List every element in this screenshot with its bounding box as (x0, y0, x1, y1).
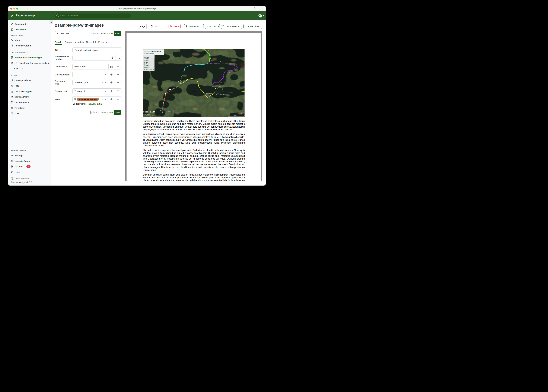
svg-text:© 2017 Google: © 2017 Google (143, 114, 150, 115)
svg-text:Day 2: Day 2 (146, 60, 150, 61)
svg-text:Squirrel Island: Squirrel Island (219, 94, 228, 95)
svg-text:N: N (240, 112, 242, 114)
svg-text:Six days in BWCA: Six days in BWCA (144, 53, 154, 54)
svg-text:Boundary Waters Trip: Boundary Waters Trip (144, 50, 161, 52)
svg-text:3 mi: 3 mi (234, 115, 237, 116)
svg-text:Charlies Island: Charlies Island (165, 111, 174, 112)
svg-text:Half Dog Island: Half Dog Island (207, 84, 216, 86)
svg-text:Washington Island: Washington Island (212, 86, 223, 87)
svg-text:Google Earth: Google Earth (143, 111, 155, 113)
svg-text:Day 6: Day 6 (146, 67, 150, 68)
svg-text:Canoe Island: Canoe Island (205, 93, 213, 94)
svg-text:Indian Grave Island: Indian Grave Island (216, 81, 227, 83)
svg-text:?: ? (12, 178, 13, 179)
svg-text:Gary Island: Gary Island (179, 83, 186, 84)
svg-text:Day 5: Day 5 (146, 65, 150, 66)
svg-text:Lincoln Island: Lincoln Island (216, 90, 224, 92)
svg-text:Day 4: Day 4 (146, 63, 150, 65)
svg-text:Image © 2017 DigitalGlobe: Image © 2017 DigitalGlobe (143, 115, 155, 117)
svg-text:Text: Text (192, 91, 195, 92)
svg-text:Day 1: Day 1 (146, 58, 150, 59)
svg-text:Legend: Legend (144, 56, 149, 58)
svg-text:New York Island: New York Island (178, 81, 188, 83)
svg-text:Day 3: Day 3 (146, 62, 150, 63)
svg-text:Entry Point 24: Entry Point 24 (146, 69, 154, 70)
svg-text:Hausons Island: Hausons Island (216, 62, 225, 64)
